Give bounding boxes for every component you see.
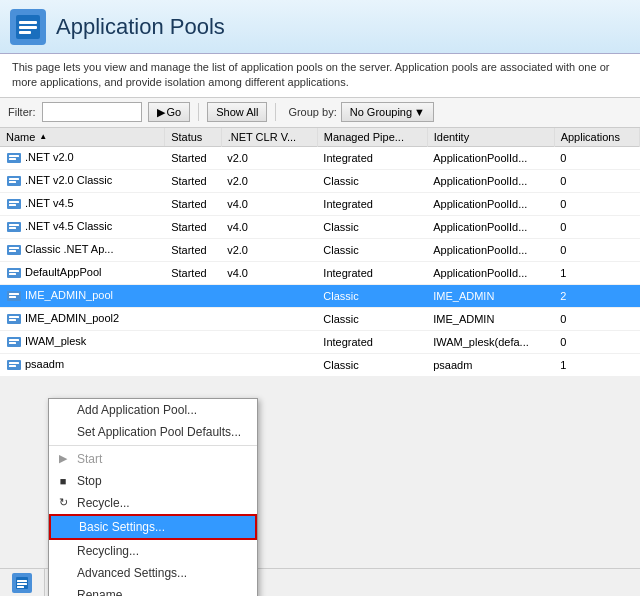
svg-rect-27: [9, 319, 16, 321]
context-menu-item[interactable]: Advanced Settings...: [49, 562, 257, 584]
context-menu-separator: [49, 445, 257, 446]
menu-item-label: Advanced Settings...: [77, 566, 187, 580]
col-identity[interactable]: Identity: [427, 128, 554, 147]
context-menu-item[interactable]: Recycling...: [49, 540, 257, 562]
context-menu-item[interactable]: Basic Settings...: [49, 514, 257, 540]
context-menu-item[interactable]: Set Application Pool Defaults...: [49, 421, 257, 443]
go-button[interactable]: ▶ Go: [148, 102, 191, 122]
cell-status: Started: [165, 146, 221, 169]
table-row[interactable]: DefaultAppPool Started v4.0 Integrated A…: [0, 261, 640, 284]
cell-identity: ApplicationPoolId...: [427, 261, 554, 284]
cell-status: [165, 353, 221, 376]
menu-item-label: Rename: [77, 588, 122, 596]
cell-status: [165, 330, 221, 353]
svg-rect-37: [17, 586, 24, 588]
table-row[interactable]: .NET v2.0 Started v2.0 Integrated Applic…: [0, 146, 640, 169]
status-app-icon: [12, 573, 32, 593]
context-menu-item[interactable]: ▶Start: [49, 448, 257, 470]
cell-apps: 0: [554, 146, 639, 169]
table-row[interactable]: IME_ADMIN_pool Classic IME_ADMIN 2: [0, 284, 640, 307]
col-pipeline[interactable]: Managed Pipe...: [317, 128, 427, 147]
title-bar: Application Pools: [0, 0, 640, 54]
groupby-container: Group by: No Grouping ▼: [288, 102, 434, 122]
context-menu-item[interactable]: ↻Recycle...: [49, 492, 257, 514]
cell-status: Started: [165, 192, 221, 215]
cell-name: IME_ADMIN_pool: [0, 284, 165, 307]
app-icon: [10, 9, 46, 45]
table-row[interactable]: .NET v2.0 Classic Started v2.0 Classic A…: [0, 169, 640, 192]
cell-apps: 2: [554, 284, 639, 307]
cell-name: IWAM_plesk: [0, 330, 165, 353]
filter-input[interactable]: [42, 102, 142, 122]
svg-rect-20: [9, 270, 19, 272]
menu-item-icon: ■: [55, 473, 71, 489]
svg-rect-6: [9, 158, 16, 160]
svg-rect-9: [9, 181, 16, 183]
svg-rect-1: [19, 21, 37, 24]
cell-identity: psaadm: [427, 353, 554, 376]
menu-item-label: Recycle...: [77, 496, 130, 510]
context-menu: Add Application Pool...Set Application P…: [48, 398, 258, 596]
table-row[interactable]: psaadm Classic psaadm 1: [0, 353, 640, 376]
svg-rect-32: [9, 362, 19, 364]
col-clr[interactable]: .NET CLR V...: [221, 128, 317, 147]
context-menu-item[interactable]: Add Application Pool...: [49, 399, 257, 421]
svg-rect-8: [9, 178, 19, 180]
cell-status: Started: [165, 261, 221, 284]
cell-identity: IME_ADMIN: [427, 284, 554, 307]
cell-name: IME_ADMIN_pool2: [0, 307, 165, 330]
cell-status: Started: [165, 215, 221, 238]
table-row[interactable]: IWAM_plesk Integrated IWAM_plesk(defa...…: [0, 330, 640, 353]
col-name[interactable]: Name ▲: [0, 128, 165, 146]
svg-rect-24: [9, 296, 16, 298]
cell-apps: 0: [554, 169, 639, 192]
cell-status: Started: [165, 169, 221, 192]
cell-name: Classic .NET Ap...: [0, 238, 165, 261]
svg-rect-5: [9, 155, 19, 157]
table-row[interactable]: IME_ADMIN_pool2 Classic IME_ADMIN 0: [0, 307, 640, 330]
cell-clr: v4.0: [221, 192, 317, 215]
cell-apps: 0: [554, 330, 639, 353]
groupby-value: No Grouping: [350, 106, 412, 118]
groupby-dropdown[interactable]: No Grouping ▼: [341, 102, 434, 122]
col-status[interactable]: Status: [165, 128, 221, 147]
cell-pipeline: Classic: [317, 307, 427, 330]
cell-clr: v4.0: [221, 215, 317, 238]
cell-pipeline: Integrated: [317, 330, 427, 353]
cell-clr: v2.0: [221, 169, 317, 192]
cell-clr: v2.0: [221, 238, 317, 261]
content-area: Name ▲ Status .NET CLR V... Managed Pipe…: [0, 128, 640, 596]
svg-rect-3: [19, 31, 31, 34]
context-menu-item[interactable]: Rename: [49, 584, 257, 596]
cell-apps: 0: [554, 215, 639, 238]
cell-status: [165, 307, 221, 330]
cell-clr: v2.0: [221, 146, 317, 169]
cell-pipeline: Classic: [317, 169, 427, 192]
col-apps[interactable]: Applications: [554, 128, 639, 147]
svg-rect-21: [9, 273, 16, 275]
table-row[interactable]: .NET v4.5 Started v4.0 Integrated Applic…: [0, 192, 640, 215]
toolbar-separator-2: [275, 103, 276, 121]
cell-name: .NET v2.0: [0, 146, 165, 169]
cell-clr: [221, 284, 317, 307]
context-menu-item[interactable]: ■Stop: [49, 470, 257, 492]
cell-identity: ApplicationPoolId...: [427, 215, 554, 238]
cell-name: DefaultAppPool: [0, 261, 165, 284]
table-row[interactable]: Classic .NET Ap... Started v2.0 Classic …: [0, 238, 640, 261]
cell-clr: [221, 307, 317, 330]
table-row[interactable]: .NET v4.5 Classic Started v4.0 Classic A…: [0, 215, 640, 238]
menu-item-icon: ▶: [55, 451, 71, 467]
cell-clr: v4.0: [221, 261, 317, 284]
svg-rect-18: [9, 250, 16, 252]
menu-item-label: Set Application Pool Defaults...: [77, 425, 241, 439]
svg-rect-12: [9, 204, 16, 206]
menu-item-icon: ↻: [55, 495, 71, 511]
cell-pipeline: Classic: [317, 353, 427, 376]
svg-rect-36: [17, 583, 27, 585]
svg-rect-30: [9, 342, 16, 344]
show-all-button[interactable]: Show All: [207, 102, 267, 122]
cell-pipeline: Integrated: [317, 261, 427, 284]
page-title: Application Pools: [56, 14, 225, 40]
dropdown-icon: ▼: [414, 106, 425, 118]
svg-rect-2: [19, 26, 37, 29]
